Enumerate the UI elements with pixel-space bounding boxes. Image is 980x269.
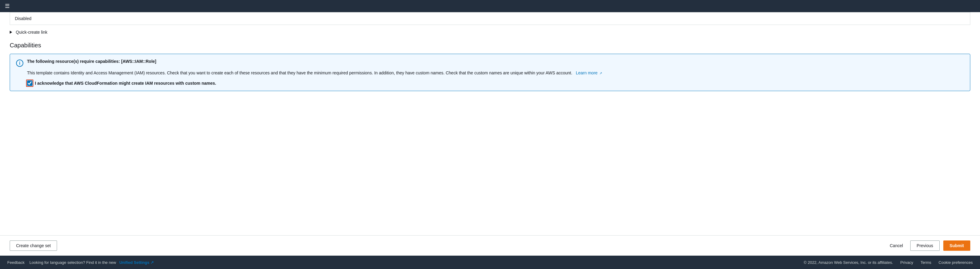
hamburger-menu-icon[interactable]: ☰ (5, 3, 10, 10)
content-area: Disabled Quick-create link Capabilities … (0, 12, 980, 235)
info-icon-label: i (19, 61, 20, 66)
top-navigation-bar: ☰ (0, 0, 980, 12)
unified-settings-external-icon: ↗ (150, 260, 154, 265)
previous-button[interactable]: Previous (910, 240, 939, 251)
disabled-text: Disabled (15, 16, 31, 21)
unified-settings-link[interactable]: Unified Settings ↗ (118, 260, 154, 265)
external-link-icon: ↗ (599, 71, 602, 76)
footer: Feedback Looking for language selection?… (0, 256, 980, 269)
cancel-label: Cancel (889, 243, 903, 248)
learn-more-label: Learn more (576, 70, 598, 75)
info-box-body-text: This template contains Identity and Acce… (27, 70, 572, 75)
footer-copyright: © 2022, Amazon Web Services, Inc. or its… (804, 260, 893, 265)
disabled-section: Disabled (10, 12, 970, 25)
create-change-set-button[interactable]: Create change set (10, 240, 57, 251)
terms-link[interactable]: Terms (921, 260, 931, 265)
cookie-preferences-link[interactable]: Cookie preferences (939, 260, 973, 265)
info-box-body: This template contains Identity and Acce… (16, 70, 964, 76)
footer-center-text: Looking for language selection? Find it … (29, 260, 154, 265)
unified-settings-label: Unified Settings (119, 260, 149, 265)
checkbox-wrapper (27, 80, 32, 86)
footer-language-text: Looking for language selection? Find it … (29, 260, 116, 265)
previous-label: Previous (916, 243, 933, 248)
info-box-title: The following resource(s) require capabi… (27, 59, 156, 64)
submit-button[interactable]: Submit (943, 240, 970, 251)
capabilities-info-box: i The following resource(s) require capa… (10, 54, 970, 91)
iam-acknowledge-label[interactable]: I acknowledge that AWS CloudFormation mi… (35, 81, 216, 86)
learn-more-link[interactable]: Learn more ↗ (575, 70, 602, 75)
create-change-set-label: Create change set (16, 243, 51, 248)
cancel-button[interactable]: Cancel (886, 241, 907, 250)
iam-acknowledge-checkbox[interactable] (27, 80, 32, 86)
quick-create-label: Quick-create link (16, 30, 47, 35)
iam-acknowledge-row: I acknowledge that AWS CloudFormation mi… (16, 80, 964, 86)
capabilities-title: Capabilities (10, 42, 970, 49)
main-content: Disabled Quick-create link Capabilities … (0, 12, 980, 256)
footer-right: © 2022, Amazon Web Services, Inc. or its… (804, 260, 973, 265)
action-bar: Create change set Cancel Previous Submit (0, 235, 980, 256)
submit-label: Submit (950, 243, 964, 248)
privacy-link[interactable]: Privacy (900, 260, 913, 265)
triangle-icon (10, 30, 12, 34)
capabilities-section: Capabilities i The following resource(s)… (10, 37, 970, 96)
quick-create-section[interactable]: Quick-create link (10, 25, 970, 37)
info-box-header: i The following resource(s) require capa… (16, 59, 964, 67)
info-icon: i (16, 59, 23, 67)
feedback-link[interactable]: Feedback (7, 260, 25, 265)
